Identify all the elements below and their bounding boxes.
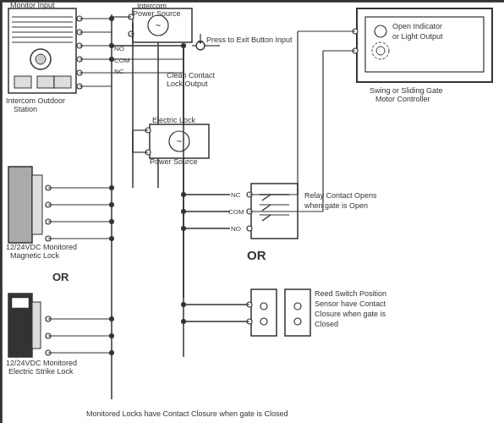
svg-text:or Light Output: or Light Output	[392, 32, 443, 41]
svg-rect-11	[37, 76, 54, 88]
svg-point-9	[36, 54, 46, 64]
svg-text:Open Indicator: Open Indicator	[392, 22, 442, 30]
svg-point-124	[294, 318, 301, 325]
svg-rect-12	[54, 76, 71, 88]
svg-text:12/24VDC Monitored: 12/24VDC Monitored	[6, 359, 77, 367]
svg-point-94	[109, 350, 114, 355]
svg-rect-120	[285, 289, 310, 336]
svg-text:OR: OR	[52, 271, 69, 283]
svg-text:Closure when gate is: Closure when gate is	[315, 310, 386, 318]
svg-text:Magnetic Lock: Magnetic Lock	[10, 251, 60, 260]
svg-text:Station: Station	[14, 105, 37, 113]
svg-rect-119	[251, 289, 277, 336]
svg-text:Lock Output: Lock Output	[167, 80, 208, 88]
svg-text:when gate is Open: when gate is Open	[304, 201, 368, 210]
svg-text:NC: NC	[114, 68, 124, 75]
svg-point-135	[375, 25, 386, 37]
svg-text:Swing or Sliding Gate: Swing or Sliding Gate	[370, 86, 443, 95]
svg-point-78	[109, 219, 114, 224]
svg-text:Intercom Outdoor: Intercom Outdoor	[6, 96, 65, 105]
svg-text:Reed Switch Position: Reed Switch Position	[315, 289, 386, 298]
svg-text:COM: COM	[114, 57, 130, 64]
svg-text:Power Source: Power Source	[133, 9, 181, 18]
svg-point-93	[109, 333, 114, 338]
svg-rect-67	[32, 175, 42, 234]
svg-text:Motor Controller: Motor Controller	[375, 95, 430, 103]
svg-point-47	[109, 16, 114, 21]
svg-text:~: ~	[156, 20, 161, 30]
svg-point-121	[260, 303, 267, 310]
wiring-diagram: Monitor Input Intercom Outdoor Station ~…	[0, 0, 504, 423]
svg-text:NC: NC	[231, 191, 241, 199]
svg-point-137	[376, 47, 385, 55]
svg-text:NO: NO	[231, 225, 241, 233]
svg-text:COM: COM	[228, 208, 244, 216]
svg-rect-84	[32, 302, 41, 349]
svg-point-79	[109, 236, 114, 241]
svg-text:12/24VDC Monitored: 12/24VDC Monitored	[6, 243, 77, 251]
svg-text:Sensor have Contact: Sensor have Contact	[315, 299, 386, 308]
svg-text:Relay Contact Opens: Relay Contact Opens	[304, 191, 377, 200]
svg-point-77	[109, 202, 114, 207]
svg-text:OR: OR	[247, 248, 266, 262]
svg-text:~: ~	[177, 136, 182, 146]
svg-text:Monitor Input: Monitor Input	[10, 2, 55, 9]
svg-text:Closed: Closed	[315, 320, 338, 328]
svg-text:Monitored Locks have Contact C: Monitored Locks have Contact Closure whe…	[86, 409, 288, 418]
svg-point-122	[260, 318, 267, 325]
svg-point-76	[109, 185, 114, 190]
svg-rect-10	[14, 76, 31, 88]
svg-text:Press to Exit Button Input: Press to Exit Button Input	[206, 36, 293, 44]
svg-point-92	[109, 316, 114, 321]
svg-rect-66	[8, 167, 32, 243]
svg-point-123	[294, 303, 301, 310]
svg-rect-85	[12, 298, 29, 308]
svg-text:Power Source: Power Source	[150, 157, 198, 166]
svg-point-106	[247, 226, 252, 231]
svg-text:Electric Lock: Electric Lock	[152, 116, 196, 124]
svg-text:Electric Strike Lock: Electric Strike Lock	[8, 367, 74, 376]
